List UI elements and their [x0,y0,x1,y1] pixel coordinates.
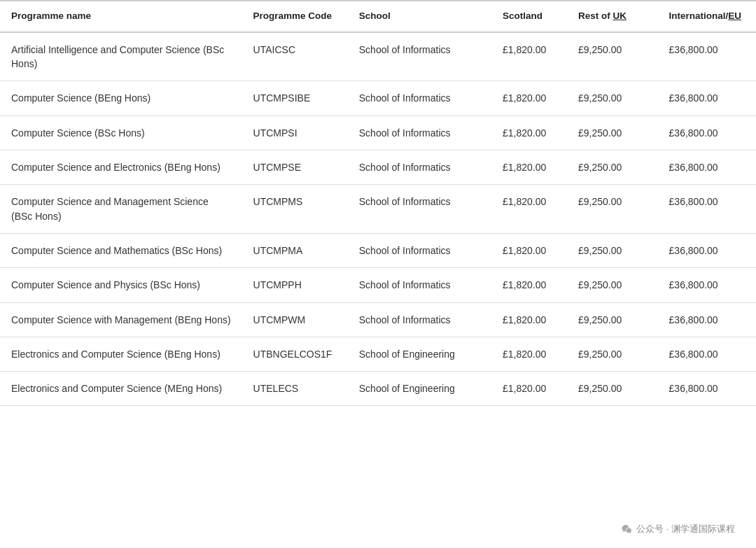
cell-international-eu: £36,800.00 [658,302,756,337]
header-school: School [348,1,491,32]
cell-rest-of-uk: £9,250.00 [567,81,658,115]
cell-programme-code: UTCMPSIBE [242,81,348,115]
cell-programme-name: Computer Science with Management (BEng H… [0,302,242,337]
cell-school: School of Engineering [348,337,491,371]
cell-programme-name: Computer Science and Electronics (BEng H… [0,150,242,185]
cell-rest-of-uk: £9,250.00 [567,115,658,150]
table-header-row: Programme name Programme Code School Sco… [0,1,756,32]
table-row: Computer Science and Physics (BSc Hons)U… [0,268,756,302]
watermark: 公众号 · 渊学通国际课程 [621,523,735,535]
header-scotland: Scotland [491,1,567,32]
cell-rest-of-uk: £9,250.00 [567,302,658,337]
cell-programme-name: Electronics and Computer Science (MEng H… [0,372,242,406]
cell-school: School of Informatics [348,233,491,267]
header-international-eu: International/EU [658,1,756,32]
wechat-icon [621,523,634,535]
cell-programme-code: UTCMPSE [242,150,348,185]
eu-underline: EU [728,10,741,21]
table-row: Computer Science (BEng Hons)UTCMPSIBESch… [0,81,756,115]
cell-programme-name: Artificial Intelligence and Computer Sci… [0,32,242,81]
cell-international-eu: £36,800.00 [658,115,756,150]
cell-scotland: £1,820.00 [491,372,567,406]
cell-international-eu: £36,800.00 [658,372,756,406]
cell-scotland: £1,820.00 [491,302,567,337]
cell-scotland: £1,820.00 [491,268,567,302]
cell-programme-name: Computer Science and Management Science … [0,185,242,234]
cell-programme-code: UTCMPMA [242,233,348,267]
cell-international-eu: £36,800.00 [658,32,756,81]
table-row: Computer Science with Management (BEng H… [0,302,756,337]
cell-rest-of-uk: £9,250.00 [567,150,658,185]
cell-scotland: £1,820.00 [491,115,567,150]
cell-rest-of-uk: £9,250.00 [567,372,658,406]
cell-school: School of Engineering [348,372,491,406]
cell-international-eu: £36,800.00 [658,233,756,267]
cell-programme-name: Computer Science (BEng Hons) [0,81,242,115]
table-row: Computer Science and Electronics (BEng H… [0,150,756,185]
cell-international-eu: £36,800.00 [658,337,756,371]
cell-programme-code: UTCMPSI [242,115,348,150]
table-row: Electronics and Computer Science (BEng H… [0,337,756,371]
cell-rest-of-uk: £9,250.00 [567,32,658,81]
table-row: Computer Science (BSc Hons)UTCMPSISchool… [0,115,756,150]
cell-school: School of Informatics [348,185,491,234]
cell-school: School of Informatics [348,81,491,115]
cell-rest-of-uk: £9,250.00 [567,233,658,267]
cell-scotland: £1,820.00 [491,150,567,185]
cell-school: School of Informatics [348,302,491,337]
header-programme-name: Programme name [0,1,242,32]
header-rest-of-uk: Rest of UK [567,1,658,32]
cell-programme-code: UTBNGELCOS1F [242,337,348,371]
table-row: Computer Science and Management Science … [0,185,756,234]
programme-fees-table: Programme name Programme Code School Sco… [0,0,756,406]
cell-rest-of-uk: £9,250.00 [567,337,658,371]
uk-underline: UK [612,10,626,21]
cell-programme-code: UTELECS [242,372,348,406]
cell-school: School of Informatics [348,268,491,302]
cell-programme-code: UTCMPPH [242,268,348,302]
cell-international-eu: £36,800.00 [658,81,756,115]
cell-programme-code: UTCMPWM [242,302,348,337]
cell-programme-name: Computer Science and Physics (BSc Hons) [0,268,242,302]
cell-scotland: £1,820.00 [491,233,567,267]
cell-international-eu: £36,800.00 [658,185,756,234]
cell-rest-of-uk: £9,250.00 [567,185,658,234]
cell-programme-code: UTAICSC [242,32,348,81]
cell-programme-name: Electronics and Computer Science (BEng H… [0,337,242,371]
cell-scotland: £1,820.00 [491,81,567,115]
table-row: Artificial Intelligence and Computer Sci… [0,32,756,81]
watermark-text: 公众号 · 渊学通国际课程 [636,523,735,535]
cell-scotland: £1,820.00 [491,32,567,81]
cell-international-eu: £36,800.00 [658,150,756,185]
cell-programme-name: Computer Science and Mathematics (BSc Ho… [0,233,242,267]
header-programme-code: Programme Code [242,1,348,32]
table-row: Computer Science and Mathematics (BSc Ho… [0,233,756,267]
cell-school: School of Informatics [348,115,491,150]
table-row: Electronics and Computer Science (MEng H… [0,372,756,406]
main-table-container: Programme name Programme Code School Sco… [0,0,756,406]
cell-international-eu: £36,800.00 [658,268,756,302]
cell-school: School of Informatics [348,32,491,81]
cell-programme-name: Computer Science (BSc Hons) [0,115,242,150]
cell-school: School of Informatics [348,150,491,185]
cell-rest-of-uk: £9,250.00 [567,268,658,302]
cell-scotland: £1,820.00 [491,337,567,371]
cell-programme-code: UTCMPMS [242,185,348,234]
cell-scotland: £1,820.00 [491,185,567,234]
